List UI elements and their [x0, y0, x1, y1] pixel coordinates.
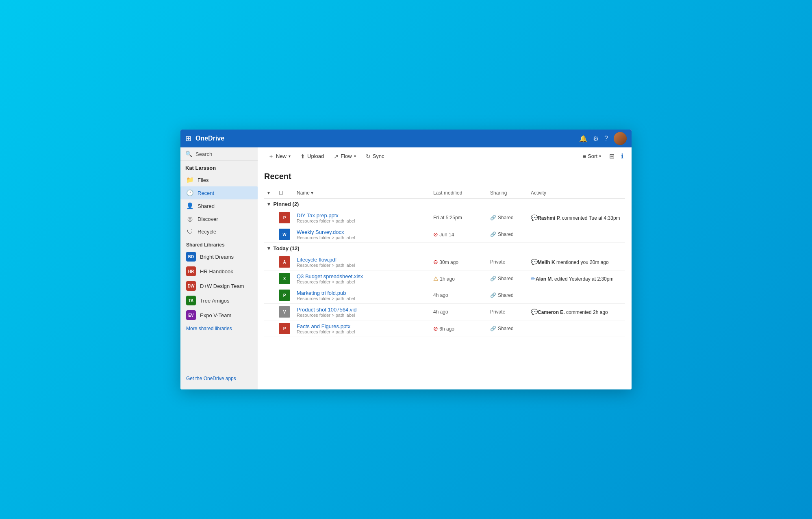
table-row: X Q3 Budget spreadsheet.xlsx Resources f…	[264, 270, 625, 287]
file-activity	[528, 320, 625, 337]
upload-button[interactable]: ⬆ Upload	[296, 151, 328, 162]
file-type-icon: V	[276, 304, 293, 320]
toolbar-right: ≡ Sort ▾ ⊞ ℹ	[580, 151, 625, 162]
modified-time: 4h ago	[433, 309, 448, 315]
file-modified: ⊘ 6h ago	[430, 320, 487, 337]
sort-icon: ≡	[583, 153, 586, 160]
sidebar-item-files[interactable]: 📁 Files	[180, 173, 258, 186]
toolbar: ＋ New ▾ ⬆ Upload ↗ Flow ▾ ↻ Sync	[258, 147, 632, 165]
modified-time: 1h ago	[440, 276, 455, 282]
section-label-pinned[interactable]: ▾ Pinned (2)	[264, 199, 625, 210]
sort-chevron-icon: ▾	[599, 154, 601, 158]
file-activity: 💬Melih K mentioned you 20m ago	[528, 254, 625, 270]
shared-lib-tree-amigos[interactable]: TA Tree Amigos	[180, 293, 258, 308]
flow-button[interactable]: ↗ Flow ▾	[330, 151, 360, 162]
tree-amigos-label: Tree Amigos	[200, 298, 230, 304]
sync-button[interactable]: ↻ Sync	[362, 151, 389, 162]
file-type-icon: A	[276, 254, 293, 270]
row-checkbox[interactable]	[264, 287, 276, 304]
expo-vteam-badge: EV	[186, 310, 196, 320]
new-button[interactable]: ＋ New ▾	[264, 151, 295, 162]
file-type-icon: W	[276, 226, 293, 243]
file-type-icon: P	[276, 320, 293, 337]
file-name[interactable]: DIY Tax prep.pptx	[297, 212, 427, 218]
grid-icon[interactable]: ⊞	[185, 134, 191, 143]
file-type-icon: X	[276, 270, 293, 287]
file-path: Resources folder > path label	[297, 296, 427, 301]
get-apps-link[interactable]: Get the OneDrive apps	[180, 371, 258, 386]
help-icon[interactable]: ?	[604, 135, 608, 142]
search-label: Search	[195, 151, 212, 157]
shared-lib-bright-dreams[interactable]: BD Bright Dreams	[180, 249, 258, 264]
file-modified: 4h ago	[430, 304, 487, 320]
modified-time: 6h ago	[439, 326, 454, 332]
search-bar[interactable]: 🔍 Search	[180, 147, 258, 161]
recycle-icon: 🛡	[186, 228, 193, 235]
shared-libraries-label: Shared Libraries	[180, 238, 258, 249]
header-checkbox: ☐	[276, 188, 293, 199]
file-activity: 💬Cameron E. commented 2h ago	[528, 304, 625, 320]
hr-handbook-badge: HR	[186, 266, 196, 276]
file-name-cell: Facts and Figures.pptx Resources folder …	[293, 320, 430, 337]
shared-lib-dw-design[interactable]: DW D+W Design Team	[180, 279, 258, 293]
file-activity	[528, 287, 625, 304]
shared-lib-expo-vteam[interactable]: EV Expo V-Team	[180, 308, 258, 322]
file-name[interactable]: Marketing tri fold.pub	[297, 290, 427, 296]
avatar-image	[614, 132, 627, 145]
row-checkbox[interactable]	[264, 270, 276, 287]
file-sharing: Private	[487, 304, 528, 320]
search-icon: 🔍	[185, 151, 192, 157]
file-name[interactable]: Weekly Survey.docx	[297, 229, 427, 235]
file-modified: ⊖ 30m ago	[430, 254, 487, 270]
top-bar-actions: 🔔 ⚙ ?	[579, 132, 627, 145]
notification-icon[interactable]: 🔔	[579, 135, 587, 143]
sidebar-item-recycle[interactable]: 🛡 Recycle	[180, 225, 258, 238]
files-icon: 📁	[186, 176, 193, 184]
sidebar-item-shared[interactable]: 👤 Shared	[180, 199, 258, 212]
file-name[interactable]: Lifecycle flow.pdf	[297, 257, 427, 263]
shared-lib-hr-handbook[interactable]: HR HR Handbook	[180, 264, 258, 279]
sidebar-item-recycle-label: Recycle	[198, 229, 216, 235]
content-area: ＋ New ▾ ⬆ Upload ↗ Flow ▾ ↻ Sync	[258, 147, 632, 389]
info-icon[interactable]: ℹ	[619, 151, 625, 162]
settings-icon[interactable]: ⚙	[593, 135, 599, 143]
file-name[interactable]: Product shot 1007564.vid	[297, 307, 427, 313]
sync-label: Sync	[373, 153, 384, 159]
sort-button[interactable]: ≡ Sort ▾	[580, 151, 604, 162]
file-sharing: 🔗Shared	[487, 226, 528, 243]
header-name[interactable]: Name ▾	[293, 188, 430, 199]
file-path: Resources folder > path label	[297, 218, 427, 223]
section-chevron-pinned[interactable]: ▾	[267, 201, 270, 207]
sidebar-username: Kat Larsson	[180, 161, 258, 173]
table-row: A Lifecycle flow.pdf Resources folder > …	[264, 254, 625, 270]
file-path: Resources folder > path label	[297, 329, 427, 334]
sidebar-item-recent[interactable]: 🕐 Recent	[180, 186, 258, 199]
app-title: OneDrive	[195, 135, 579, 142]
header-chevron: ▾	[264, 188, 276, 199]
row-checkbox[interactable]	[264, 254, 276, 270]
sidebar-item-shared-label: Shared	[198, 203, 215, 209]
file-name[interactable]: Facts and Figures.pptx	[297, 323, 427, 329]
file-name-cell: Q3 Budget spreadsheet.xlsx Resources fol…	[293, 270, 430, 287]
row-checkbox[interactable]	[264, 304, 276, 320]
section-chevron-today[interactable]: ▾	[267, 245, 270, 251]
section-label-today[interactable]: ▾ Today (12)	[264, 243, 625, 254]
file-list-area: Recent ▾ ☐ Name ▾ Last modified Sharing …	[258, 165, 632, 389]
row-checkbox[interactable]	[264, 320, 276, 337]
grid-view-icon[interactable]: ⊞	[608, 151, 616, 162]
sidebar-item-discover[interactable]: ◎ Discover	[180, 212, 258, 225]
user-avatar[interactable]	[614, 132, 627, 145]
upload-label: Upload	[307, 153, 324, 159]
dw-design-badge: DW	[186, 281, 196, 291]
section-pinned: ▾ Pinned (2)	[264, 199, 625, 210]
file-type-icon: P	[276, 210, 293, 226]
new-chevron-icon: ▾	[289, 154, 291, 158]
header-sharing: Sharing	[487, 188, 528, 199]
header-last-modified: Last modified	[430, 188, 487, 199]
page-title: Recent	[264, 172, 625, 181]
more-shared-libraries[interactable]: More shared libraries	[180, 322, 258, 335]
row-checkbox[interactable]	[264, 210, 276, 226]
row-checkbox[interactable]	[264, 226, 276, 243]
modified-time: Fri at 5:25pm	[433, 215, 462, 221]
file-name[interactable]: Q3 Budget spreadsheet.xlsx	[297, 273, 427, 279]
